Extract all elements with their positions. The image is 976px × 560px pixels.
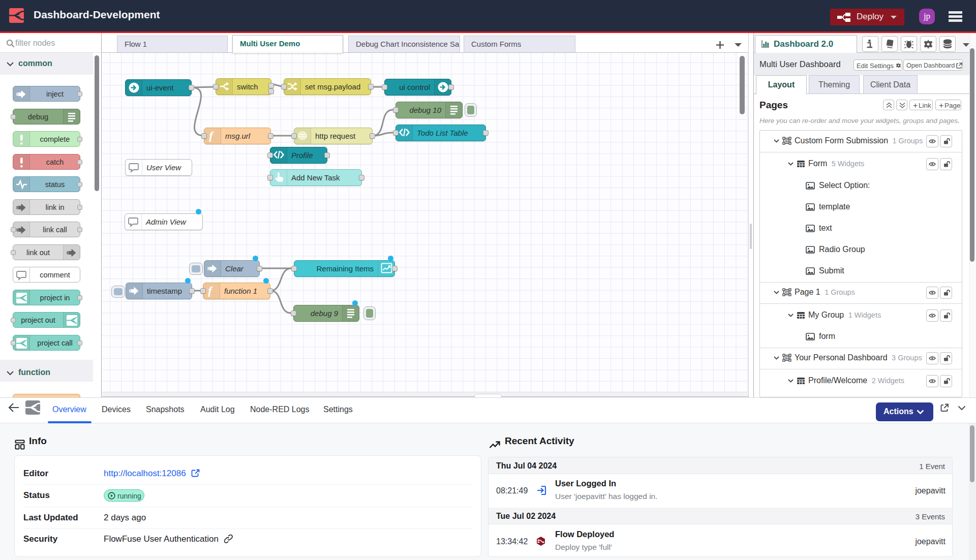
svg-text:f: f xyxy=(208,285,213,297)
svg-text:f: f xyxy=(209,130,214,142)
